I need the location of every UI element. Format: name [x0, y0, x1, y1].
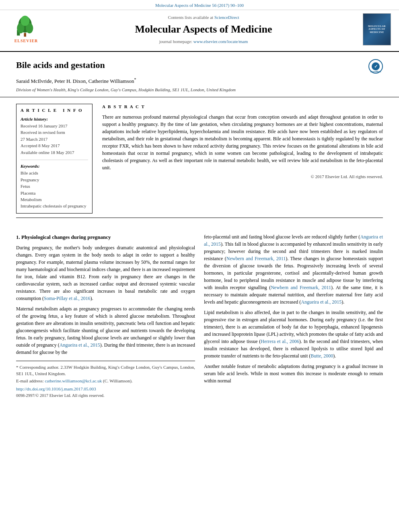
keyword-4: Placenta [21, 190, 88, 196]
author-asterisk: * [134, 77, 136, 82]
authors-line: Saraid McIlvride, Peter H. Dixon, Cather… [16, 77, 383, 85]
ref-angueira-2015-left[interactable]: Angueira et al., 2015 [60, 342, 100, 348]
thumb-line1: MOLECULAR [368, 25, 386, 28]
keyword-6: Intrahepatic cholestasis of pregnancy [21, 203, 88, 209]
svg-text:CrossMark: CrossMark [370, 70, 381, 73]
footnote-email: E-mail address: catherine.williamson@kcl… [16, 378, 195, 384]
journal-banner: ELSEVIER Contents lists available at Sci… [0, 10, 399, 49]
ref-soma-pillay[interactable]: Soma-Pillay et al., 2016 [44, 296, 90, 301]
keywords-section: Keywords: Bile acids Pregnancy Fetus Pla… [21, 160, 88, 210]
journal-header: Molecular Aspects of Medicine 56 (2017) … [0, 0, 399, 52]
email-suffix: (C. Williamson). [103, 378, 133, 383]
revised-date: 27 March 2017 [21, 136, 88, 142]
crossmark-icon: ✓ CrossMark [368, 59, 383, 74]
main-content-area: A R T I C L E I N F O Article history: R… [0, 97, 399, 213]
abstract-heading: A B S T R A C T [102, 104, 383, 110]
article-title-row: Bile acids and gestation ✓ CrossMark [16, 59, 383, 74]
body-two-column: 1. Physiological changes during pregnanc… [16, 233, 383, 399]
body-para2: Maternal metabolism adapts as pregnancy … [16, 305, 195, 356]
email-label: E-mail address: [16, 378, 44, 383]
svg-text:✓: ✓ [374, 64, 378, 69]
issn-line: 0098-2997/© 2017 Elsevier Ltd. All right… [16, 392, 195, 399]
revised-label: Received in revised form [21, 129, 88, 136]
body-content: 1. Physiological changes during pregnanc… [0, 225, 399, 407]
body-left-col: 1. Physiological changes during pregnanc… [16, 233, 195, 399]
ref-newbern-2011a[interactable]: Newbern and Freemark, 2011 [226, 256, 286, 261]
journal-thumbnail: MOLECULAR ASPECTS OF MEDICINE [363, 13, 391, 45]
elsevier-logo: ELSEVIER [8, 15, 44, 44]
svg-rect-5 [24, 33, 27, 37]
authors-text: Saraid McIlvride, Peter H. Dixon, Cather… [16, 78, 134, 84]
footnote-area: * Corresponding author. 2.33W Hodgkin Bu… [16, 361, 195, 398]
section-divider [16, 218, 383, 218]
article-title: Bile acids and gestation [16, 59, 105, 72]
article-history: Article history: Received 16 January 201… [21, 116, 88, 156]
online-date: Available online 18 May 2017 [21, 150, 88, 156]
ref-herrera-2006[interactable]: Herrera et al., 2006 [261, 339, 299, 344]
elsevier-tree-icon [12, 15, 40, 37]
body-right-para1: feto-placental unit and fasting blood gl… [204, 233, 383, 306]
page: Molecular Aspects of Medicine 56 (2017) … [0, 0, 399, 532]
thumb-line3: MEDICINE [368, 31, 386, 34]
section1-title: 1. Physiological changes during pregnanc… [16, 233, 195, 241]
thumb-line2: ASPECTS OF [368, 28, 386, 31]
keyword-2: Pregnancy [21, 177, 88, 183]
top-citation: Molecular Aspects of Medicine 56 (2017) … [155, 3, 244, 8]
keywords-label: Keywords: [21, 163, 88, 169]
copyright-text: © 2017 Elsevier Ltd. All rights reserved… [102, 174, 383, 180]
ref-butte-2000[interactable]: Butte, 2000 [311, 353, 333, 359]
article-header: Bile acids and gestation ✓ CrossMark Sar… [0, 52, 399, 97]
sciencedirect-link[interactable]: ScienceDirect [214, 15, 239, 20]
journal-title-banner: Molecular Aspects of Medicine [52, 22, 355, 37]
body-right-para2: Lipid metabolism is also affected, due i… [204, 309, 383, 359]
ref-angueira-2015-right2[interactable]: Angueira et al., 2015 [301, 299, 341, 305]
article-info-column: A R T I C L E I N F O Article history: R… [16, 104, 93, 213]
keyword-5: Metabolism [21, 197, 88, 203]
ref-newbern-2011b[interactable]: Newbern and Freemark, 2011 [271, 285, 331, 290]
abstract-column: A B S T R A C T There are numerous profo… [102, 104, 383, 213]
keyword-3: Fetus [21, 183, 88, 189]
keyword-1: Bile acids [21, 170, 88, 176]
top-citation-bar: Molecular Aspects of Medicine 56 (2017) … [0, 0, 399, 10]
history-label: Article history: [21, 116, 88, 122]
abstract-text: There are numerous profound maternal phy… [102, 113, 383, 171]
received-date: Received 16 January 2017 [21, 123, 88, 129]
homepage-line: journal homepage: www.elsevier.com/locat… [52, 39, 355, 45]
email-link[interactable]: catherine.williamson@kcl.ac.uk [45, 378, 102, 383]
abstract-section: A B S T R A C T There are numerous profo… [102, 104, 383, 180]
doi-link[interactable]: http://dx.doi.org/10.1016/j.mam.2017.05.… [16, 386, 195, 392]
contents-line: Contents lists available at ScienceDirec… [52, 14, 355, 21]
homepage-link[interactable]: www.elsevier.com/locate/mam [193, 39, 248, 44]
ref-angueira-2015-right1[interactable]: Angueira et al., 2015 [204, 234, 383, 247]
affiliation: Division of Women's Health, King's Colle… [16, 87, 383, 93]
article-info-heading: A R T I C L E I N F O [21, 107, 88, 113]
body-para1: During pregnancy, the mother's body unde… [16, 244, 195, 302]
elsevier-label: ELSEVIER [14, 38, 38, 44]
accepted-date: Accepted 8 May 2017 [21, 143, 88, 149]
article-info-box: A R T I C L E I N F O Article history: R… [16, 104, 93, 213]
body-right-para3: Another notable feature of metabolic ada… [204, 363, 383, 384]
body-right-col: feto-placental unit and fasting blood gl… [204, 233, 383, 399]
svg-point-4 [21, 16, 29, 26]
journal-center: Contents lists available at ScienceDirec… [44, 14, 363, 45]
footnote-corresponding: * Corresponding author. 2.33W Hodgkin Bu… [16, 364, 195, 377]
